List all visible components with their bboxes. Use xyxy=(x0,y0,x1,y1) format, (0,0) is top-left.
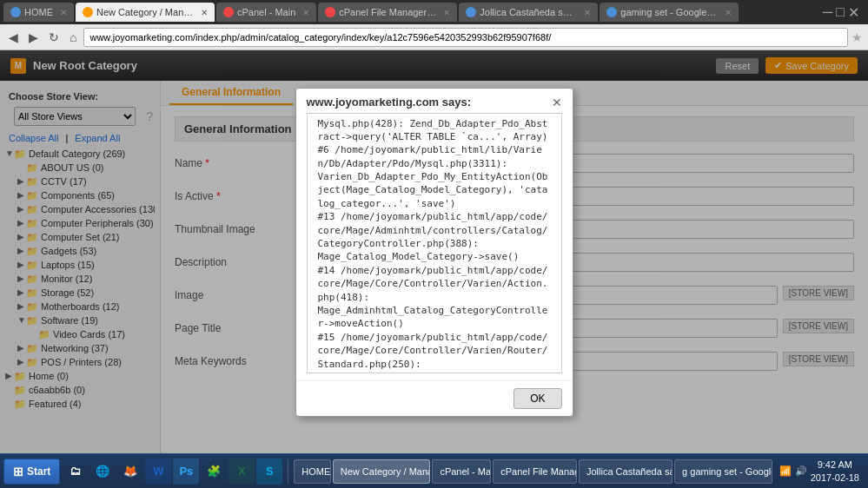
forward-button[interactable]: ▶ xyxy=(25,29,42,46)
dialog-overlay: www.joyomarketing.com says: ✕ Mysql.php(… xyxy=(0,50,868,453)
close-btn[interactable]: ✕ xyxy=(848,4,859,21)
bookmark-icon[interactable]: ★ xyxy=(851,30,863,44)
browser-tab-category[interactable]: New Category / Manage...✕ xyxy=(76,3,215,22)
address-bar-row: ◀ ▶ ↻ ⌂ ★ xyxy=(0,24,868,50)
alert-dialog: www.joyomarketing.com says: ✕ Mysql.php(… xyxy=(295,88,573,417)
browser-chrome: HOME✕New Category / Manage...✕cPanel - M… xyxy=(0,0,868,24)
minimize-btn[interactable]: ─ xyxy=(823,4,832,21)
dialog-title: www.joyomarketing.com says: xyxy=(307,96,472,109)
browser-tab-home[interactable]: HOME✕ xyxy=(3,3,74,22)
address-input[interactable] xyxy=(83,28,848,47)
browser-tab-gaming[interactable]: gaming set - Google Se...✕ xyxy=(600,3,739,22)
dialog-close-button[interactable]: ✕ xyxy=(552,96,562,109)
browser-tab-cpanel[interactable]: cPanel - Main✕ xyxy=(216,3,316,22)
browser-tab-filemanager[interactable]: cPanel File Manager v.3✕ xyxy=(318,3,457,22)
home-nav-button[interactable]: ⌂ xyxy=(66,29,80,46)
dialog-titlebar: www.joyomarketing.com says: ✕ xyxy=(296,89,573,113)
dialog-ok-button[interactable]: OK xyxy=(514,388,561,409)
dialog-body: Mysql.php(428): Zend_Db_Adapter_Pdo_Abst… xyxy=(307,113,562,373)
browser-tab-jollica[interactable]: Jollica Castañeda says...✕ xyxy=(459,3,598,22)
back-button[interactable]: ◀ xyxy=(5,29,22,46)
maximize-btn[interactable]: □ xyxy=(836,4,845,21)
refresh-button[interactable]: ↻ xyxy=(45,29,63,46)
dialog-footer: OK xyxy=(296,380,573,416)
